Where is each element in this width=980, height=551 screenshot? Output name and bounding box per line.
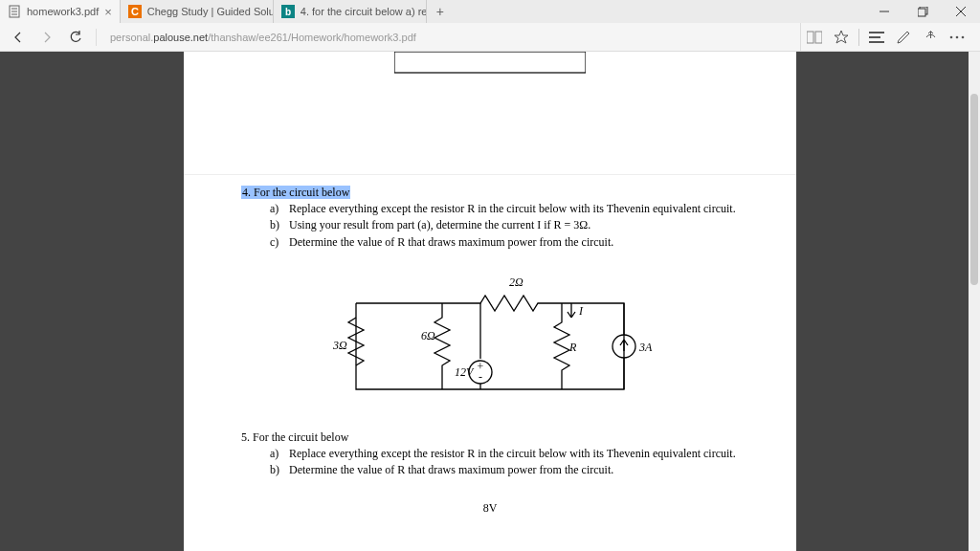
bing-icon: b — [281, 5, 295, 18]
toolbar-right — [801, 23, 976, 52]
forward-button[interactable] — [33, 23, 61, 52]
label-c: c) — [270, 234, 289, 250]
circuit-diagram: 2Ω 3Ω 6Ω R 12V 3A I + - — [241, 265, 739, 408]
reading-view-icon[interactable] — [801, 23, 828, 52]
favorite-icon[interactable] — [828, 23, 855, 52]
q4-a: Replace everything except the resistor R… — [289, 201, 736, 216]
url-field[interactable]: personal.palouse.net/thanshaw/ee261/Home… — [102, 23, 801, 51]
address-bar: personal.palouse.net/thanshaw/ee261/Home… — [0, 23, 980, 52]
url-host: palouse.net — [153, 32, 208, 43]
cut-off-fragment: 8V — [241, 489, 739, 516]
question-4: 4. For the circuit below a)Replace every… — [241, 185, 739, 250]
refresh-button[interactable] — [61, 23, 90, 52]
pdf-page[interactable]: 4. For the circuit below a)Replace every… — [184, 52, 796, 551]
svg-text:I: I — [578, 304, 584, 318]
tab-homework[interactable]: homework3.pdf × — [0, 0, 121, 23]
url-prefix: personal. — [110, 32, 153, 43]
q4-c: Determine the value of R that draws maxi… — [289, 234, 613, 250]
q4-b: Using your result from part (a), determi… — [289, 217, 590, 232]
restore-button[interactable] — [903, 0, 942, 23]
svg-text:2Ω: 2Ω — [509, 276, 523, 289]
svg-text:3A: 3A — [638, 341, 653, 354]
label-a: a) — [270, 201, 289, 216]
svg-text:C: C — [131, 6, 139, 17]
label-b: b) — [270, 462, 289, 477]
new-tab-button[interactable]: + — [427, 0, 454, 23]
more-icon[interactable] — [944, 23, 970, 52]
share-icon[interactable] — [917, 23, 944, 52]
tab-label: homework3.pdf — [27, 6, 99, 17]
page-content: 4. For the circuit below a)Replace every… — [184, 174, 796, 517]
doc-icon — [8, 5, 21, 18]
svg-rect-21 — [394, 52, 586, 73]
svg-text:R: R — [568, 341, 577, 354]
svg-point-19 — [956, 35, 959, 38]
scrollbar[interactable] — [969, 52, 980, 551]
url-path: /thanshaw/ee261/Homework/homework3.pdf — [208, 32, 416, 43]
tab-label: 4. for the circuit below a) re — [301, 6, 427, 17]
titlebar: homework3.pdf × C Chegg Study | Guided S… — [0, 0, 980, 23]
q5-b: Determine the value of R that draws maxi… — [289, 462, 613, 477]
tab-bing[interactable]: b 4. for the circuit below a) re — [274, 0, 427, 23]
svg-text:12V: 12V — [455, 365, 475, 379]
svg-rect-13 — [807, 32, 813, 43]
tabstrip: homework3.pdf × C Chegg Study | Guided S… — [0, 0, 865, 23]
hub-icon[interactable] — [863, 23, 890, 52]
scroll-thumb[interactable] — [970, 94, 978, 285]
close-icon[interactable]: × — [104, 5, 112, 19]
minimize-button[interactable] — [865, 0, 903, 23]
chegg-icon: C — [128, 5, 142, 18]
prev-page-fragment — [394, 52, 586, 98]
svg-text:b: b — [285, 7, 291, 17]
svg-rect-14 — [815, 32, 822, 43]
svg-point-20 — [962, 35, 965, 38]
svg-text:-: - — [479, 370, 482, 384]
svg-text:3Ω: 3Ω — [332, 339, 347, 352]
pdf-viewport: 4. For the circuit below a)Replace every… — [0, 52, 980, 551]
q5-a: Replace everything except the resistor R… — [289, 446, 736, 461]
svg-rect-10 — [918, 9, 925, 16]
question-5: 5. For the circuit below a)Replace every… — [241, 430, 739, 478]
label-b: b) — [270, 217, 289, 232]
q4-heading: 4. For the circuit below — [241, 186, 350, 199]
svg-text:6Ω: 6Ω — [421, 329, 435, 342]
q5-heading: 5. For the circuit below — [241, 430, 348, 444]
tab-chegg[interactable]: C Chegg Study | Guided Solut — [121, 0, 274, 23]
webnote-icon[interactable] — [890, 23, 917, 52]
label-a: a) — [270, 446, 289, 461]
tab-label: Chegg Study | Guided Solut — [147, 6, 274, 17]
window-controls — [865, 0, 980, 23]
svg-point-18 — [950, 35, 953, 38]
close-window-button[interactable] — [942, 0, 980, 23]
back-button[interactable] — [4, 23, 33, 52]
